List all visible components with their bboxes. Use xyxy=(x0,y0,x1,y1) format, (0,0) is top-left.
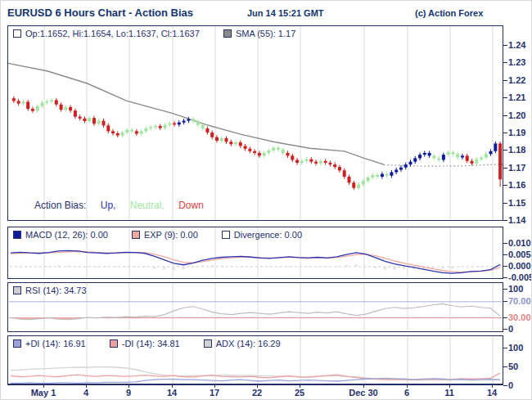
price-panel: Op:1.1652, Hi:1.1654, Lo:1.1637, Cl:1.16… xyxy=(7,25,503,221)
x-axis-label: 17 xyxy=(210,388,219,398)
y-axis-tick xyxy=(503,317,507,318)
action-bias-up-label: Up, xyxy=(101,200,116,211)
copyright: (c) Action Forex xyxy=(415,8,483,18)
y-axis-tick xyxy=(503,254,507,255)
y-axis-tick xyxy=(503,289,507,290)
y-axis-tick xyxy=(503,97,507,98)
divergence-legend-label: Divergence: 0.00 xyxy=(234,230,302,240)
y-axis-tick xyxy=(503,133,507,133)
sma-legend-label: SMA (55): 1.17 xyxy=(236,29,295,38)
x-axis-tick xyxy=(300,384,300,388)
x-axis-tick xyxy=(449,384,450,388)
price-legend: Op:1.1652, Hi:1.1654, Lo:1.1637, Cl:1.16… xyxy=(13,29,317,38)
ohlc-swatch-icon xyxy=(13,29,21,38)
x-axis-label: 9 xyxy=(126,388,131,398)
macd-panel: MACD (12, 26): 0.00 EXP (9): 0.00 Diverg… xyxy=(7,227,503,279)
x-axis-label: 25 xyxy=(295,388,304,398)
y-axis-tick xyxy=(503,185,507,186)
plus-di-swatch-icon xyxy=(13,339,21,348)
y-axis-tick xyxy=(503,80,507,81)
action-bias-down-label: Down xyxy=(178,200,204,211)
y-axis-tick-label: 50 xyxy=(508,362,518,371)
y-axis-tick xyxy=(503,115,507,116)
y-axis-tick-label: 1.17 xyxy=(508,163,525,173)
y-axis-tick-label: 1.21 xyxy=(508,92,525,102)
y-axis-tick-label: 1.22 xyxy=(508,75,525,85)
x-axis-tick xyxy=(128,384,129,388)
y-axis-tick xyxy=(503,366,507,367)
sma-swatch-icon xyxy=(223,29,232,38)
adx-legend: +DI (14): 16.91 -DI (14): 34.81 ADX (14)… xyxy=(13,339,302,348)
y-axis-tick xyxy=(503,168,507,169)
y-axis-tick-label: 1.24 xyxy=(508,40,525,50)
y-axis-tick-label: 1.18 xyxy=(508,145,525,155)
y-axis-tick xyxy=(503,62,507,63)
y-axis-tick-label: 0 xyxy=(508,380,513,390)
y-axis-tick-label: 70.00 xyxy=(508,296,531,306)
y-axis-tick xyxy=(503,301,507,302)
divergence-swatch-icon xyxy=(222,231,230,239)
action-bias-neutral-label: Neutral, xyxy=(130,200,165,211)
y-axis-tick-label: 1.16 xyxy=(508,180,525,190)
y-axis-tick-label: 1.23 xyxy=(508,57,525,67)
x-axis-label: 4 xyxy=(83,388,88,398)
y-axis-tick xyxy=(503,203,507,204)
y-axis-tick-label: -0.005 xyxy=(508,272,532,282)
y-axis-tick-label: 100 xyxy=(508,343,523,353)
chart-window: EURUSD 6 Hours Chart - Action Bias Jun 1… xyxy=(0,0,532,400)
x-axis-label: 14 xyxy=(487,388,497,398)
ohlc-legend-label: Op:1.1652, Hi:1.1654, Lo:1.1637, Cl:1.16… xyxy=(25,29,200,38)
x-axis-tick xyxy=(492,384,493,388)
y-axis-tick-label: 100 xyxy=(508,284,523,294)
y-axis-tick-label: 1.15 xyxy=(508,198,525,208)
rsi-swatch-icon xyxy=(13,286,21,294)
exp-swatch-icon xyxy=(132,231,140,239)
exp-legend-label: EXP (9): 0.00 xyxy=(144,230,198,240)
y-axis-tick-label: 1.20 xyxy=(508,110,525,120)
y-axis-tick xyxy=(503,150,507,151)
x-axis-tick xyxy=(214,384,215,388)
x-axis-tick xyxy=(43,384,44,388)
action-bias-label: Action Bias: xyxy=(34,200,86,211)
y-axis-tick-label: 0.010 xyxy=(508,238,531,248)
x-axis-tick xyxy=(86,384,87,388)
timestamp: Jun 14 15:21 GMT xyxy=(247,8,324,18)
x-axis-label: 11 xyxy=(444,388,454,398)
adx-swatch-icon xyxy=(204,339,212,348)
macd-legend-label: MACD (12, 26): 0.00 xyxy=(25,230,108,240)
x-axis-tick xyxy=(407,384,408,388)
y-axis-tick xyxy=(503,220,507,221)
x-axis-label: May 1 xyxy=(31,388,56,398)
macd-swatch-icon xyxy=(13,231,21,239)
rsi-panel: RSI (14): 34.73 xyxy=(7,282,503,332)
x-axis-label: 14 xyxy=(167,388,177,398)
x-axis-tick xyxy=(172,384,173,388)
plus-di-legend-label: +DI (14): 16.91 xyxy=(25,339,86,348)
x-axis-label: 22 xyxy=(252,388,262,398)
y-axis-tick-label: 0.000 xyxy=(508,261,531,271)
y-axis-tick xyxy=(503,348,507,348)
y-axis-tick-label: 0.005 xyxy=(508,249,531,259)
y-axis-tick xyxy=(503,266,507,267)
y-axis-tick xyxy=(503,329,507,330)
x-axis-tick xyxy=(257,384,258,388)
y-axis-tick-label: 1.14 xyxy=(508,215,525,225)
rsi-legend-label: RSI (14): 34.73 xyxy=(25,285,87,295)
y-axis-tick xyxy=(503,277,507,278)
y-axis-tick-label: 1.19 xyxy=(508,128,525,137)
x-axis-label: Dec 30 xyxy=(349,388,377,398)
minus-di-swatch-icon xyxy=(110,339,118,348)
rsi-legend: RSI (14): 34.73 xyxy=(13,285,108,295)
macd-legend: MACD (12, 26): 0.00 EXP (9): 0.00 Diverg… xyxy=(13,230,323,240)
adx-legend-label: ADX (14): 16.29 xyxy=(216,339,281,348)
x-axis-tick xyxy=(363,384,364,388)
y-axis-tick xyxy=(503,385,507,386)
price-chart xyxy=(8,26,503,220)
minus-di-legend-label: -DI (14): 34.81 xyxy=(122,339,180,348)
y-axis-tick xyxy=(503,243,507,244)
y-axis-tick-label: 0 xyxy=(508,324,513,334)
y-axis-tick xyxy=(503,45,507,46)
x-axis-label: 6 xyxy=(404,388,409,398)
y-axis-tick-label: 30.00 xyxy=(508,312,531,322)
page-title: EURUSD 6 Hours Chart - Action Bias xyxy=(7,7,193,19)
